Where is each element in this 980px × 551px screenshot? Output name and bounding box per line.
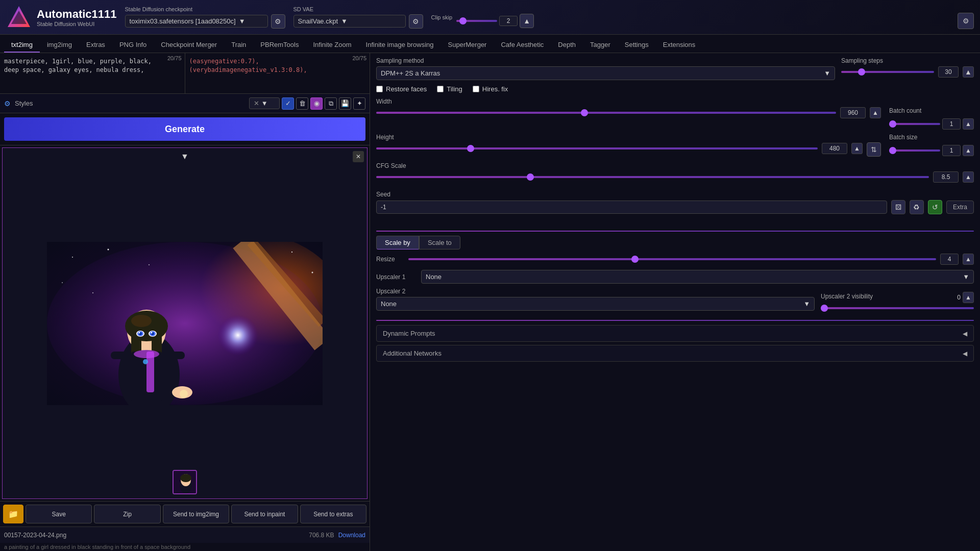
positive-prompt-input[interactable] (0, 53, 185, 93)
batch-count-input[interactable] (942, 118, 961, 130)
zip-button[interactable]: Zip (94, 505, 160, 523)
scale-by-tab[interactable]: Scale by (376, 236, 419, 249)
height-label: Height (376, 134, 863, 141)
tiling-checkbox[interactable]: Tiling (437, 85, 462, 93)
height-up-btn[interactable]: ▲ (851, 143, 863, 154)
height-slider[interactable] (376, 147, 818, 149)
styles-dropdown-trigger[interactable]: ✕ ▼ (249, 97, 280, 109)
seed-extra-btn[interactable]: Extra (946, 201, 974, 214)
nav-tab-supermerger[interactable]: SuperMerger (441, 38, 494, 53)
height-input[interactable] (822, 143, 847, 154)
hires-fix-checkbox[interactable]: Hires. fix (473, 85, 508, 93)
checkpoint-label: Stable Diffusion checkpoint (125, 6, 285, 12)
svg-rect-33 (111, 352, 131, 359)
upscaler2-visibility-slider[interactable] (821, 307, 974, 309)
batch-size-input[interactable] (942, 145, 961, 156)
resize-value-input[interactable] (940, 254, 959, 265)
svg-point-9 (291, 252, 292, 253)
sampling-steps-up-btn[interactable]: ▲ (963, 66, 974, 78)
resize-up-btn[interactable]: ▲ (963, 254, 974, 265)
svg-point-6 (72, 257, 73, 258)
restore-faces-checkbox[interactable]: Restore faces (376, 85, 427, 93)
seed-input[interactable] (376, 201, 887, 214)
seed-recycle-btn[interactable]: ♻ (910, 200, 924, 214)
nav-tab-extras[interactable]: Extras (79, 38, 112, 53)
image-thumb-1[interactable] (173, 470, 197, 494)
vae-settings-btn[interactable]: ⚙ (409, 14, 423, 29)
top-right-settings-btn[interactable]: ⚙ (958, 13, 974, 29)
batch-count-label: Batch count (889, 107, 974, 114)
resize-slider[interactable] (408, 258, 936, 260)
seed-reload-btn[interactable]: ↺ (928, 200, 942, 214)
styles-copy-btn[interactable]: ⧉ (325, 97, 337, 110)
send-img2img-button[interactable]: Send to img2img (163, 505, 229, 523)
hires-fix-input[interactable] (473, 86, 479, 92)
vae-label: SD VAE (293, 6, 423, 12)
checkpoint-dropdown[interactable]: toximix03.safetensors [1aad08250c] ▼ (125, 15, 268, 28)
image-close-btn[interactable]: ✕ (353, 151, 364, 162)
dynamic-prompts-header[interactable]: Dynamic Prompts ◀ (377, 325, 973, 341)
nav-tab-infinite-zoom[interactable]: Infinite Zoom (306, 38, 358, 53)
styles-trash-btn[interactable]: 🗑 (296, 97, 308, 110)
height-batch-row: Height ▲ ⇅ Batch size ▲ (376, 134, 974, 158)
additional-networks-header[interactable]: Additional Networks ◀ (377, 345, 973, 361)
upscaler1-dropdown[interactable]: None ▼ (421, 270, 974, 284)
dynamic-prompts-label: Dynamic Prompts (383, 330, 435, 337)
send-inpaint-button[interactable]: Send to inpaint (231, 505, 298, 523)
nav-tab-cafe-aesthetic[interactable]: Cafe Aesthetic (494, 38, 551, 53)
height-subgroup: Height ▲ (376, 134, 863, 158)
clip-skip-group: Clip skip 2 ▲ (431, 7, 534, 28)
svg-point-10 (312, 271, 313, 273)
nav-tab-extensions[interactable]: Extensions (656, 38, 703, 53)
nav-tab-pbremtools[interactable]: PBRemTools (253, 38, 306, 53)
nav-tab-depth[interactable]: Depth (551, 38, 583, 53)
vae-group: SD VAE SnailVae.ckpt ▼ ⚙ (293, 6, 423, 29)
save-button[interactable]: Save (26, 505, 92, 523)
nav-tab-img2img[interactable]: img2img (40, 38, 79, 53)
nav-tab-txt2img[interactable]: txt2img (4, 38, 40, 53)
width-input[interactable] (840, 107, 866, 118)
styles-magic-btn[interactable]: ✦ (353, 97, 365, 110)
sampling-steps-input[interactable] (938, 66, 959, 78)
nav-tab-train[interactable]: Train (224, 38, 253, 53)
cfg-scale-slider[interactable] (376, 176, 929, 178)
batch-count-slider[interactable] (889, 123, 940, 125)
send-extras-button[interactable]: Send to extras (300, 505, 366, 523)
sampling-steps-slider[interactable] (841, 71, 934, 73)
tiling-input[interactable] (437, 86, 444, 92)
styles-red-btn[interactable]: ◉ (310, 97, 323, 110)
upscaler2-visibility-up-btn[interactable]: ▲ (963, 292, 974, 303)
download-link[interactable]: Download (338, 532, 365, 539)
checkpoint-settings-btn[interactable]: ⚙ (271, 14, 285, 29)
scale-to-tab[interactable]: Scale to (419, 236, 460, 249)
seed-dice-btn[interactable]: ⚄ (891, 200, 905, 214)
cfg-scale-up-btn[interactable]: ▲ (963, 171, 974, 183)
cfg-scale-input[interactable] (933, 171, 959, 183)
sampling-method-dropdown[interactable]: DPM++ 2S a Karras ▼ (376, 66, 835, 80)
clip-skip-up-btn[interactable]: ▲ (520, 14, 534, 28)
width-up-btn[interactable]: ▲ (870, 107, 881, 118)
batch-count-up-btn[interactable]: ▲ (963, 118, 974, 130)
nav-tab-infinite-image-browsing[interactable]: Infinite image browsing (359, 38, 441, 53)
nav-tab-settings[interactable]: Settings (618, 38, 656, 53)
resize-group: Resize ▲ (376, 254, 974, 265)
swap-dimensions-btn[interactable]: ⇅ (867, 142, 881, 157)
clip-skip-slider[interactable] (456, 20, 497, 22)
styles-save-btn[interactable]: 💾 (339, 97, 351, 110)
width-slider[interactable] (376, 112, 836, 114)
styles-check-btn[interactable]: ✓ (282, 97, 294, 110)
styles-x-btn[interactable]: ✕ (254, 99, 259, 107)
upscaler2-dropdown[interactable]: None ▼ (376, 297, 815, 311)
vae-dropdown[interactable]: SnailVae.ckpt ▼ (293, 15, 406, 28)
batch-size-up-btn[interactable]: ▲ (963, 145, 974, 156)
negative-prompt-input[interactable] (185, 53, 370, 93)
nav-tab-png-info[interactable]: PNG Info (112, 38, 154, 53)
folder-button[interactable]: 📁 (3, 505, 23, 523)
restore-faces-input[interactable] (376, 86, 383, 92)
checkboxes-row: Restore faces Tiling Hires. fix (376, 85, 974, 93)
batch-size-slider[interactable] (889, 149, 940, 152)
nav-tab-checkpoint-merger[interactable]: Checkpoint Merger (154, 38, 224, 53)
nav-tab-tagger[interactable]: Tagger (583, 38, 618, 53)
generate-button[interactable]: Generate (4, 117, 365, 141)
checkpoint-group: Stable Diffusion checkpoint toximix03.sa… (125, 6, 285, 29)
